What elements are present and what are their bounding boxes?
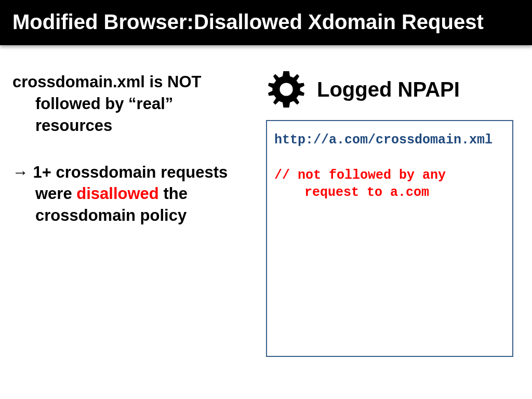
disallowed-word: disallowed bbox=[76, 184, 158, 203]
p2-line2: were disallowed the bbox=[12, 183, 252, 205]
p1-line2: followed by “real” bbox=[12, 93, 252, 115]
p2-line1: 1+ crossdomain requests bbox=[29, 163, 228, 181]
code-url: http://a.com/crossdomain.xml bbox=[274, 131, 505, 149]
gear-icon bbox=[268, 71, 304, 108]
paragraph-1: crossdomain.xml is NOT followed by “real… bbox=[12, 71, 252, 137]
code-comment-line1: // not followed by any bbox=[274, 167, 505, 184]
code-box: http://a.com/crossdomain.xml // not foll… bbox=[266, 120, 513, 357]
paragraph-2: → 1+ crossdomain requests were disallowe… bbox=[12, 162, 252, 227]
slide-content: crossdomain.xml is NOT followed by “real… bbox=[0, 45, 532, 357]
slide-title: Modified Browser:Disallowed Xdomain Requ… bbox=[12, 10, 484, 33]
npapi-title: Logged NPAPI bbox=[317, 78, 460, 101]
p2-line2a: were bbox=[35, 184, 76, 203]
right-header: Logged NPAPI bbox=[266, 71, 517, 108]
right-column: Logged NPAPI http://a.com/crossdomain.xm… bbox=[263, 71, 517, 357]
p1-line3: resources bbox=[12, 115, 252, 137]
slide-header: Modified Browser:Disallowed Xdomain Requ… bbox=[0, 0, 532, 45]
p1-line1: crossdomain.xml is NOT bbox=[12, 73, 202, 91]
p2-line2b: the bbox=[159, 184, 188, 203]
p2-line3: crossdomain policy bbox=[12, 205, 252, 227]
code-comment-line2: request to a.com bbox=[274, 184, 505, 202]
left-column: crossdomain.xml is NOT followed by “real… bbox=[8, 71, 263, 357]
arrow-icon: → bbox=[12, 163, 29, 181]
